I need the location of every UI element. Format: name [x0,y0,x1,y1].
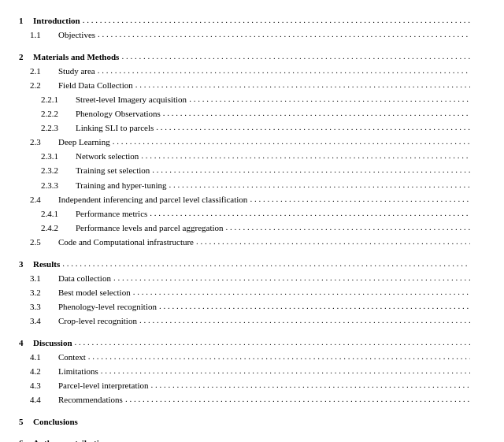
toc-row-2-2-1: 2.2.1 Street-level Imagery acquisition [19,93,485,107]
toc-row-2-2-2: 2.2.2 Phenology Observations [19,107,485,121]
sec2-4-label: Independent inferencing and parcel level… [58,193,247,206]
toc-row-2-4-2: 2.4.2 Performance levels and parcel aggr… [19,221,485,236]
toc-row-2-4: 2.4 Independent inferencing and parcel l… [19,193,485,207]
sec3-num: 3 [19,258,33,271]
dots [169,178,470,192]
toc-row-1-1: 1.1 Objectives [19,28,485,43]
dots [152,163,470,177]
dots [141,149,470,163]
sec2-2-3-label: Linking SLI to parcels [76,121,154,135]
sec4-4-num: 4.4 [30,393,58,407]
sec2-3-1-label: Network selection [76,150,139,163]
toc-row-5: 5 Conclusions [19,415,485,429]
sec6-label: Author contributions [33,436,112,442]
dots [151,378,470,392]
toc-row-2-3-1: 2.3.1 Network selection [19,150,485,164]
sec2-3-3-num: 2.3.3 [41,179,76,192]
sec2-1-num: 2.1 [30,65,58,78]
toc-row-3-2: 3.2 Best model selection [19,286,485,300]
dots [83,13,470,28]
toc-row-3: 3 Results [19,258,485,272]
toc-row-2: 2 Materials and Methods [19,50,485,65]
sec4-1-num: 4.1 [30,351,58,364]
sec2-2-label: Field Data Collection [58,79,133,92]
sec2-4-num: 2.4 [30,193,58,206]
section-6: 6 Author contributions [19,436,485,442]
sec3-2-label: Best model selection [58,286,131,299]
sec1-1-label: Objectives [58,28,95,42]
sec2-2-2-num: 2.2.2 [41,107,76,121]
sec1-1-num: 1.1 [30,28,58,42]
section-2: 2 Materials and Methods 2.1 Study area 2… [19,50,485,250]
sec3-label: Results [33,258,60,271]
dots [150,206,470,221]
sec1-num: 1 [19,14,33,28]
dots [62,257,470,271]
sec2-label: Materials and Methods [33,50,119,64]
section-4: 4 Discussion 4.1 Context 4.2 Limitations… [19,336,485,407]
toc-row-4-4: 4.4 Recommendations [19,393,485,407]
sec4-3-num: 4.3 [30,379,58,392]
dots [125,392,470,407]
section-5: 5 Conclusions [19,415,485,429]
sec5-num: 5 [19,415,33,429]
sec2-3-label: Deep Learning [58,136,110,149]
sec2-5-label: Code and Computational infrastructure [58,236,194,249]
toc-row-4-2: 4.2 Limitations [19,365,485,379]
sec2-num: 2 [19,50,33,64]
dots [159,299,470,314]
section-1: 1 Introduction 1.1 Objectives [19,14,485,43]
dots [189,92,470,106]
dots [133,285,470,299]
sec3-4-label: Crop-level recognition [58,314,137,328]
sec3-2-num: 3.2 [30,286,58,299]
toc-row-2-3-2: 2.3.2 Training set selection [19,164,485,178]
dots [226,221,470,235]
sec2-4-1-label: Performance metrics [76,207,147,221]
toc-row-2-2-3: 2.2.3 Linking SLI to parcels [19,121,485,136]
section-3: 3 Results 3.1 Data collection 3.2 Best m… [19,258,485,329]
dots [196,235,470,249]
sec2-3-1-num: 2.3.1 [41,150,76,163]
sec2-3-num: 2.3 [30,136,58,149]
sec2-2-2-label: Phenology Observations [76,107,161,121]
sec2-3-3-label: Training and hyper-tuning [76,179,166,192]
sec3-1-num: 3.1 [30,272,58,285]
dots [250,192,470,206]
sec2-2-num: 2.2 [30,79,58,92]
dots [98,28,470,42]
dots [156,121,470,135]
sec2-4-2-label: Performance levels and parcel aggregatio… [76,221,224,235]
dots [101,364,470,378]
dots [75,336,470,350]
sec2-4-1-num: 2.4.1 [41,207,76,221]
toc-row-4: 4 Discussion [19,336,485,351]
dots [113,135,470,149]
toc-row-2-3-3: 2.3.3 Training and hyper-tuning [19,179,485,193]
toc-row-3-4: 3.4 Crop-level recognition [19,314,485,329]
sec4-3-label: Parcel-level interpretation [58,379,149,392]
sec2-2-1-label: Street-level Imagery acquisition [76,93,187,106]
sec1-label: Introduction [33,14,80,28]
dots [113,271,470,285]
toc-row-2-3: 2.3 Deep Learning [19,136,485,150]
sec3-3-num: 3.3 [30,300,58,314]
sec3-4-num: 3.4 [30,314,58,328]
sec2-2-1-num: 2.2.1 [41,93,76,106]
dots [88,350,470,364]
sec4-1-label: Context [58,351,86,364]
toc-row-3-3: 3.3 Phenology-level recognition [19,300,485,314]
dots [98,64,470,78]
dots [139,314,470,328]
toc-row-2-1: 2.1 Study area [19,65,485,79]
toc-container: 1 Introduction 1.1 Objectives 2 Material… [19,14,485,442]
dots [121,50,470,64]
sec3-3-label: Phenology-level recognition [58,300,157,314]
sec6-num: 6 [19,436,33,442]
toc-row-2-4-1: 2.4.1 Performance metrics [19,207,485,221]
sec2-2-3-num: 2.2.3 [41,121,76,135]
sec4-4-label: Recommendations [58,393,123,407]
toc-row-4-1: 4.1 Context [19,351,485,365]
toc-row-6: 6 Author contributions [19,436,485,442]
toc-row-3-1: 3.1 Data collection [19,272,485,286]
